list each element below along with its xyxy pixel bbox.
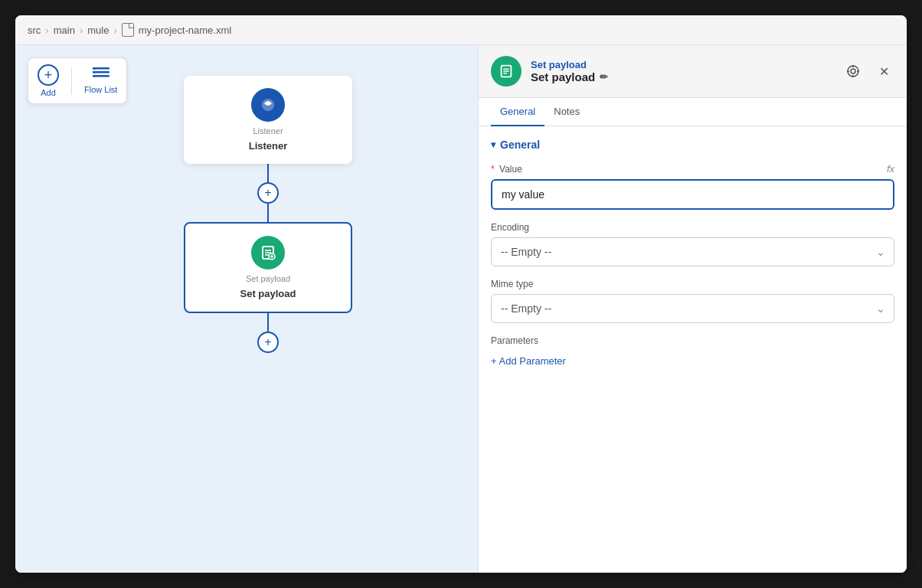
- connector-line-2: [267, 204, 269, 222]
- flow-list-label: Flow List: [84, 85, 117, 94]
- add-param-label: + Add Parameter: [491, 355, 566, 367]
- plus-icon-1: +: [264, 186, 271, 200]
- panel-body: ▾ General * Value fx: [479, 126, 907, 573]
- svg-point-6: [93, 75, 95, 77]
- edit-title-icon[interactable]: ✏: [600, 71, 608, 83]
- flow-list-button[interactable]: Flow List: [84, 67, 117, 94]
- set-payload-node[interactable]: Set payload Set payload: [184, 222, 352, 313]
- target-button[interactable]: [842, 60, 864, 82]
- breadcrumb-main: main: [54, 24, 75, 36]
- add-node-btn-2[interactable]: +: [257, 332, 279, 353]
- parameters-section: Parameters + Add Parameter: [491, 335, 894, 370]
- add-label: Add: [41, 88, 56, 97]
- value-input[interactable]: [491, 179, 894, 210]
- section-title: General: [500, 139, 540, 151]
- listener-node[interactable]: Listener Listener: [184, 76, 352, 164]
- mime-select[interactable]: -- Empty --: [491, 294, 894, 323]
- svg-point-20: [848, 66, 858, 77]
- sep2: ›: [80, 24, 83, 36]
- panel-header: Set payload Set payload ✏: [479, 45, 907, 98]
- panel-header-actions: ✕: [842, 60, 894, 82]
- section-general: ▾ General: [491, 139, 894, 151]
- add-node-btn-1[interactable]: +: [257, 182, 279, 204]
- set-payload-icon: [251, 236, 285, 270]
- add-parameter-button[interactable]: + Add Parameter: [491, 352, 894, 370]
- add-icon: +: [38, 64, 59, 86]
- listener-title: Listener: [249, 140, 288, 152]
- value-field: * Value fx: [491, 163, 894, 210]
- section-chevron: ▾: [491, 139, 495, 150]
- mime-label: Mime type: [491, 279, 894, 289]
- panel-tabs: General Notes: [479, 98, 907, 126]
- canvas-area: + Add: [15, 45, 478, 573]
- close-icon: ✕: [879, 64, 889, 79]
- panel-main-title: Set payload ✏: [531, 70, 833, 83]
- set-payload-title: Set payload: [240, 288, 296, 299]
- fx-button[interactable]: fx: [887, 163, 894, 175]
- plus-icon-2: +: [264, 335, 271, 349]
- toolbar-divider: [71, 67, 72, 95]
- svg-point-8: [266, 102, 270, 106]
- sep1: ›: [45, 24, 48, 36]
- tab-notes[interactable]: Notes: [544, 98, 589, 126]
- encoding-select[interactable]: -- Empty --: [491, 237, 894, 266]
- tab-general[interactable]: General: [491, 98, 544, 126]
- file-item[interactable]: my-project-name.xml: [122, 23, 231, 37]
- breadcrumb-mule: mule: [87, 24, 109, 36]
- add-button[interactable]: + Add: [38, 64, 59, 97]
- mime-field: Mime type -- Empty -- ⌄: [491, 279, 894, 323]
- value-label: * Value: [491, 164, 522, 175]
- toolbar: + Add: [28, 57, 127, 104]
- listener-subtitle: Listener: [253, 126, 283, 136]
- right-panel: Set payload Set payload ✏: [478, 45, 907, 573]
- value-label-row: * Value fx: [491, 163, 894, 175]
- set-payload-subtitle: Set payload: [246, 274, 290, 283]
- flow-nodes: Listener Listener +: [184, 76, 352, 353]
- connector-line-3: [267, 313, 269, 332]
- listener-icon: [251, 88, 285, 122]
- encoding-field: Encoding -- Empty -- ⌄: [491, 222, 894, 266]
- filename: my-project-name.xml: [139, 24, 231, 36]
- main-content: + Add: [15, 45, 907, 573]
- sep3: ›: [113, 24, 116, 36]
- svg-point-21: [851, 69, 855, 74]
- close-button[interactable]: ✕: [873, 60, 894, 82]
- panel-header-titles: Set payload Set payload ✏: [531, 59, 833, 83]
- file-icon: [122, 23, 134, 37]
- encoding-select-wrapper: -- Empty -- ⌄: [491, 237, 894, 266]
- required-star: *: [491, 164, 495, 175]
- titlebar: src › main › mule › my-project-name.xml: [15, 15, 907, 45]
- connector-line-1: [267, 164, 269, 182]
- flow-list-icon: [93, 67, 110, 83]
- mime-select-wrapper: -- Empty -- ⌄: [491, 294, 894, 323]
- panel-super-title: Set payload: [531, 59, 833, 70]
- parameters-label: Parameters: [491, 335, 894, 346]
- svg-point-5: [93, 71, 95, 74]
- breadcrumb-src: src: [28, 24, 41, 36]
- panel-header-icon: [491, 56, 521, 87]
- encoding-label: Encoding: [491, 222, 894, 233]
